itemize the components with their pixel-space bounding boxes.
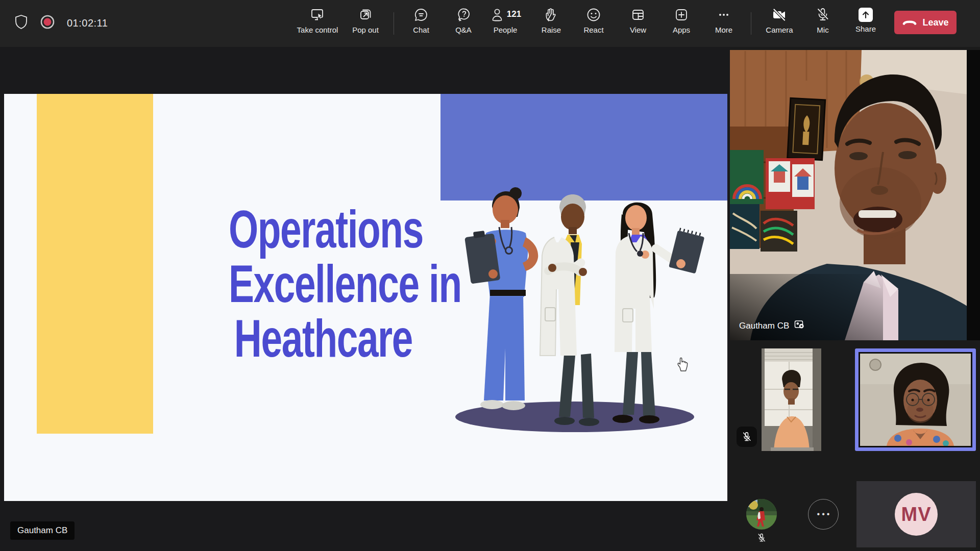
meeting-toolbar: 01:02:11 Take control Pop out Chat Q&A: [0, 0, 980, 47]
active-speaker-tile[interactable]: [855, 348, 976, 451]
take-control-label: Take control: [297, 26, 338, 34]
spotlight-icon: [794, 319, 805, 332]
raise-label: Raise: [542, 26, 561, 34]
mv-initials-avatar: MV: [895, 493, 938, 536]
presenter-name-pill: Gautham CB: [10, 521, 75, 540]
raise-hand-icon: [543, 7, 559, 23]
react-smiley-icon: [585, 7, 602, 23]
picture-frame: [788, 98, 825, 160]
hand-cursor: [675, 355, 690, 372]
react-button[interactable]: React: [568, 7, 619, 34]
overflow-ellipsis: •••: [817, 510, 832, 519]
mv-initials: MV: [901, 504, 932, 525]
slide-title-line-2: Excellence in: [229, 257, 412, 311]
slide-title: Operations Excellence in Heathcare: [229, 202, 412, 366]
healthcare-team-illustration: [454, 186, 720, 436]
shield-icon: [14, 14, 28, 32]
qa-label: Q&A: [455, 26, 472, 34]
main-video-tile[interactable]: Gautham CB: [730, 50, 980, 340]
apps-label: Apps: [673, 26, 690, 34]
pop-out-label: Pop out: [352, 26, 379, 34]
shared-screen-stage: Operations Excellence in Heathcare: [0, 47, 730, 551]
qa-icon: [455, 7, 472, 23]
leave-label: Leave: [922, 17, 948, 28]
mic-label: Mic: [817, 26, 828, 34]
more-ellipsis-icon: [716, 7, 732, 23]
slide-title-line-1: Operations: [229, 202, 412, 257]
avatar-photo: [746, 499, 777, 530]
more-label: More: [715, 26, 732, 34]
pop-out-icon: [357, 7, 374, 23]
slide-purple-banner: [440, 94, 727, 201]
camera-off-icon: [771, 7, 788, 23]
slide-title-line-3: Heathcare: [229, 311, 412, 366]
participant-avatar[interactable]: [746, 499, 777, 530]
view-label: View: [630, 26, 646, 34]
participant-tile-mv[interactable]: MV: [856, 481, 976, 547]
toolbar-separator: [394, 12, 394, 35]
toolbar-separator: [751, 12, 751, 35]
participant-video-feed: [762, 348, 821, 451]
mic-off-icon: [815, 7, 831, 23]
meeting-timer: 01:02:11: [67, 17, 108, 29]
pop-out-button[interactable]: Pop out: [340, 7, 391, 34]
take-control-icon: [309, 7, 326, 23]
muted-mic-icon: [756, 533, 767, 545]
chat-icon: [413, 7, 429, 23]
more-button[interactable]: More: [698, 7, 749, 34]
react-label: React: [583, 26, 603, 34]
slide-yellow-bar: [37, 94, 153, 434]
share-icon: [859, 8, 873, 22]
people-icon: [489, 7, 505, 23]
people-label: People: [494, 26, 518, 34]
apps-plus-icon: [673, 7, 690, 23]
share-button[interactable]: Share: [840, 7, 891, 33]
doctor-woman-figure: [612, 203, 705, 423]
participants-sidebar: Gautham CB: [730, 47, 980, 551]
presenter-name: Gautham CB: [17, 525, 67, 536]
overflow-participants-button[interactable]: •••: [808, 499, 839, 530]
people-button[interactable]: 121 People: [480, 7, 531, 34]
recording-indicator-icon: [40, 15, 55, 31]
leave-button[interactable]: Leave: [894, 11, 957, 34]
active-speaker-video-feed: [860, 354, 971, 446]
participant-video-tile[interactable]: [762, 348, 821, 451]
active-speaker-frame: [859, 352, 972, 447]
main-participant-name: Gautham CB: [739, 321, 789, 331]
muted-mic-badge: [737, 427, 757, 447]
chat-label: Chat: [413, 26, 429, 34]
people-count-badge: 121: [507, 7, 521, 22]
share-label: Share: [855, 25, 876, 33]
nurse-figure: [464, 187, 538, 410]
doctor-figure: [540, 194, 599, 426]
camera-label: Camera: [766, 26, 793, 34]
presentation-slide: Operations Excellence in Heathcare: [4, 94, 727, 501]
view-layout-icon: [630, 7, 646, 23]
take-control-button[interactable]: Take control: [287, 7, 348, 34]
hangup-icon: [902, 17, 917, 28]
